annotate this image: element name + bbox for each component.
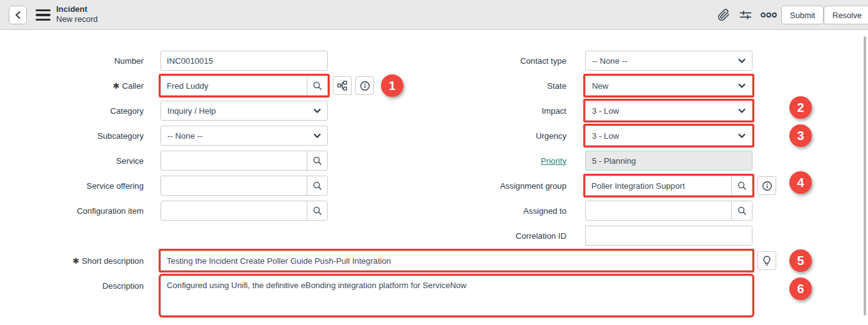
page-title: Incident New record — [56, 4, 97, 24]
required-icon: ✱ — [113, 81, 120, 91]
urgency-value: 3 - Low — [592, 131, 619, 141]
caller-lookup-button[interactable] — [307, 76, 327, 95]
submit-button[interactable]: Submit — [781, 6, 824, 24]
assignment-group-label: Assignment group — [425, 181, 585, 191]
more-options-button[interactable] — [761, 8, 777, 22]
impact-select[interactable]: 3 - Low — [585, 101, 752, 121]
category-label: Category — [0, 106, 160, 116]
form-header: Incident New record Submit Resolve — [0, 0, 868, 30]
field-row-assigned-to: Assigned to — [425, 201, 752, 221]
assigned-to-input[interactable] — [586, 201, 731, 220]
vertical-scrollbar[interactable] — [864, 36, 866, 316]
field-row-correlation-id: Correlation ID — [425, 226, 752, 246]
caller-hierarchy-button[interactable] — [333, 76, 352, 95]
correlation-id-label: Correlation ID — [425, 231, 585, 241]
state-select[interactable]: New — [585, 76, 752, 96]
state-value: New — [592, 81, 608, 91]
field-row-number: Number — [0, 51, 328, 71]
priority-readonly-field: 5 - Planning — [585, 151, 752, 171]
service-lookup-button[interactable] — [307, 151, 327, 170]
menu-icon[interactable] — [36, 8, 51, 22]
caller-field — [160, 76, 328, 96]
caller-label: ✱Caller — [0, 81, 160, 91]
service-input[interactable] — [161, 151, 307, 170]
service-offering-field — [160, 176, 328, 196]
chevron-down-icon — [313, 108, 321, 113]
number-label: Number — [0, 56, 160, 66]
personalize-form-button[interactable] — [737, 8, 754, 22]
assigned-to-lookup-button[interactable] — [731, 201, 752, 220]
priority-value: 5 - Planning — [592, 156, 636, 166]
lightbulb-icon — [762, 256, 771, 266]
assignment-group-preview-button[interactable] — [757, 176, 776, 195]
correlation-id-field — [585, 226, 752, 246]
assignment-group-input[interactable] — [586, 176, 731, 195]
contact-type-label: Contact type — [425, 56, 585, 66]
service-field — [160, 151, 328, 171]
annotation-badge-1: 1 — [381, 74, 403, 97]
suggestion-button[interactable] — [757, 251, 776, 270]
search-icon — [737, 206, 747, 216]
category-select[interactable]: Inquiry / Help — [160, 101, 328, 121]
search-icon — [313, 206, 322, 216]
subcategory-select[interactable]: -- None -- — [160, 126, 328, 146]
configuration-item-lookup-button[interactable] — [307, 201, 327, 220]
field-row-configuration-item: Configuration item — [0, 201, 328, 221]
number-field — [160, 51, 328, 71]
description-textarea[interactable]: Configured using Unifi, the definitive e… — [160, 276, 752, 316]
urgency-select[interactable]: 3 - Low — [585, 126, 752, 146]
field-row-assignment-group: Assignment group — [425, 176, 776, 196]
service-offering-label: Service offering — [0, 181, 160, 191]
annotation-badge-6: 6 — [789, 278, 812, 300]
caller-input[interactable] — [161, 76, 307, 95]
service-offering-lookup-button[interactable] — [307, 176, 327, 195]
chevron-down-icon — [738, 108, 746, 113]
field-row-service: Service — [0, 151, 328, 171]
state-label: State — [425, 81, 585, 91]
description-label: Description — [0, 276, 160, 291]
configuration-item-input[interactable] — [161, 201, 307, 220]
caller-preview-button[interactable] — [355, 76, 374, 95]
annotation-badge-5: 5 — [789, 249, 812, 272]
field-row-category: Category Inquiry / Help — [0, 101, 328, 121]
subcategory-label: Subcategory — [0, 131, 160, 141]
field-row-description: Description Configured using Unifi, the … — [0, 276, 752, 316]
impact-value: 3 - Low — [592, 106, 619, 116]
info-icon — [762, 181, 772, 191]
field-row-caller: ✱Caller — [0, 76, 374, 96]
service-offering-input[interactable] — [161, 176, 307, 195]
field-row-priority: Priority 5 - Planning — [425, 151, 752, 171]
assigned-to-label: Assigned to — [425, 206, 585, 216]
field-row-contact-type: Contact type -- None -- — [425, 51, 752, 71]
record-subtitle: New record — [56, 14, 97, 24]
search-icon — [313, 81, 322, 91]
field-row-service-offering: Service offering — [0, 176, 328, 196]
priority-link[interactable]: Priority — [541, 156, 566, 166]
sliders-icon — [739, 9, 752, 21]
chevron-down-icon — [313, 133, 321, 138]
chevron-down-icon — [738, 58, 746, 63]
attachment-button[interactable] — [716, 8, 732, 22]
field-row-state: State New — [425, 76, 752, 96]
chevron-down-icon — [738, 83, 746, 88]
number-input[interactable] — [161, 51, 327, 70]
assignment-group-lookup-button[interactable] — [731, 176, 752, 195]
priority-label: Priority — [425, 156, 585, 166]
configuration-item-field — [160, 201, 328, 221]
back-button[interactable] — [9, 6, 27, 24]
correlation-id-input[interactable] — [586, 226, 752, 245]
category-value: Inquiry / Help — [167, 106, 216, 116]
field-row-impact: Impact 3 - Low — [425, 101, 752, 121]
assignment-group-field — [585, 176, 752, 196]
short-description-field — [160, 251, 752, 271]
short-description-input[interactable] — [161, 251, 752, 270]
more-options-icon — [761, 12, 777, 18]
field-row-urgency: Urgency 3 - Low — [425, 126, 752, 146]
field-row-short-description: ✱Short description — [0, 251, 776, 271]
urgency-label: Urgency — [425, 131, 585, 141]
resolve-button[interactable]: Resolve — [824, 6, 868, 24]
search-icon — [737, 181, 747, 191]
short-description-label: ✱Short description — [0, 256, 160, 266]
required-icon: ✱ — [72, 256, 79, 266]
contact-type-select[interactable]: -- None -- — [585, 51, 752, 71]
